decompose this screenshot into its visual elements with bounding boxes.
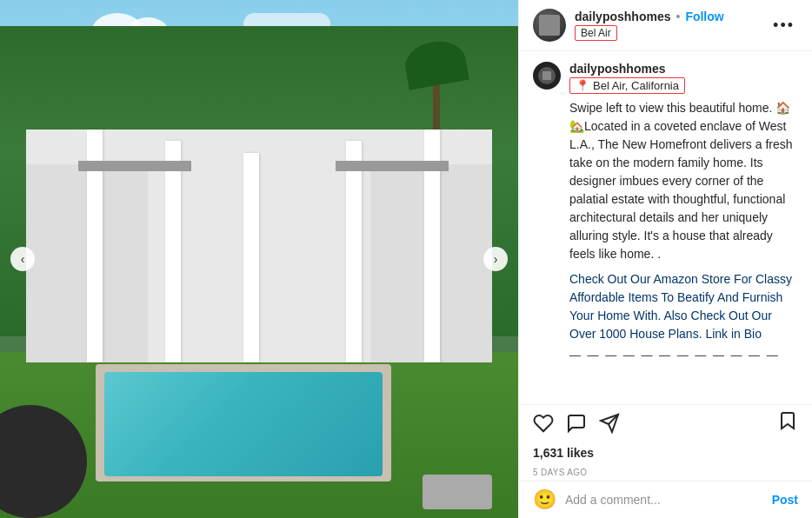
header-top-row: dailyposhhomes • Follow [575,10,769,23]
roof-left [78,161,191,171]
post-details: dailyposhhomes • Follow Bel Air ••• dail… [518,0,812,518]
share-button[interactable] [599,413,620,434]
share-icon [599,413,620,434]
caption-row: dailyposhhomes 📍 Bel Air, California Swi… [533,62,798,364]
header-username[interactable]: dailyposhhomes [575,10,670,23]
likes-row: 1,631 likes [519,442,812,464]
caption-main-text: Swipe left to view this beautiful home. … [569,101,793,261]
actions-row [519,404,812,442]
comment-button[interactable] [566,413,587,434]
roof-right [336,161,449,171]
house [26,130,492,362]
post-header: dailyposhhomes • Follow Bel Air ••• [519,0,812,51]
post-comment-button[interactable]: Post [772,493,798,507]
pillar-2 [165,141,181,362]
comment-icon [566,413,587,434]
dot-separator: • [676,10,680,23]
caption-dashes: — — — — — — — — — — — — [569,347,798,364]
pillar-4 [346,141,362,362]
caption-username[interactable]: dailyposhhomes [569,62,798,76]
pin-icon: 📍 [576,79,589,92]
location-tag-wrapper: Bel Air [575,23,769,41]
post-image: ‹ › [0,0,518,518]
next-arrow[interactable]: › [483,247,508,271]
header-info: dailyposhhomes • Follow Bel Air [575,10,769,41]
avatar-emblem [539,15,560,36]
action-icons [533,413,777,434]
avatar-inner [533,9,566,42]
bookmark-icon [777,410,798,431]
post-content: dailyposhhomes 📍 Bel Air, California Swi… [519,51,812,404]
location-highlighted-text: Bel Air, California [593,79,679,92]
caption-text: Swipe left to view this beautiful home. … [569,99,798,364]
bookmark-button[interactable] [777,410,798,436]
cushions [423,475,492,509]
location-highlighted[interactable]: 📍 Bel Air, California [569,77,685,94]
caption-body: dailyposhhomes 📍 Bel Air, California Swi… [569,62,798,364]
comment-input-row: 🙂 Post [519,481,812,518]
caption-avatar-icon [538,67,556,84]
comment-input[interactable] [565,493,763,507]
more-options-button[interactable]: ••• [769,13,798,38]
svg-rect-1 [542,71,551,80]
avatar [533,9,566,42]
pillar-3 [243,153,259,362]
like-button[interactable] [533,413,554,434]
emoji-button[interactable]: 🙂 [533,488,556,511]
location-tag[interactable]: Bel Air [575,25,617,41]
time-ago: 5 DAYS AGO [519,464,812,481]
prev-arrow[interactable]: ‹ [10,247,35,271]
pool [104,372,383,476]
follow-button[interactable]: Follow [685,10,723,23]
caption-avatar [533,62,561,90]
likes-count[interactable]: 1,631 likes [533,446,594,460]
caption-link[interactable]: Check Out Our Amazon Store For Classy Af… [569,270,798,343]
heart-icon [533,413,554,434]
